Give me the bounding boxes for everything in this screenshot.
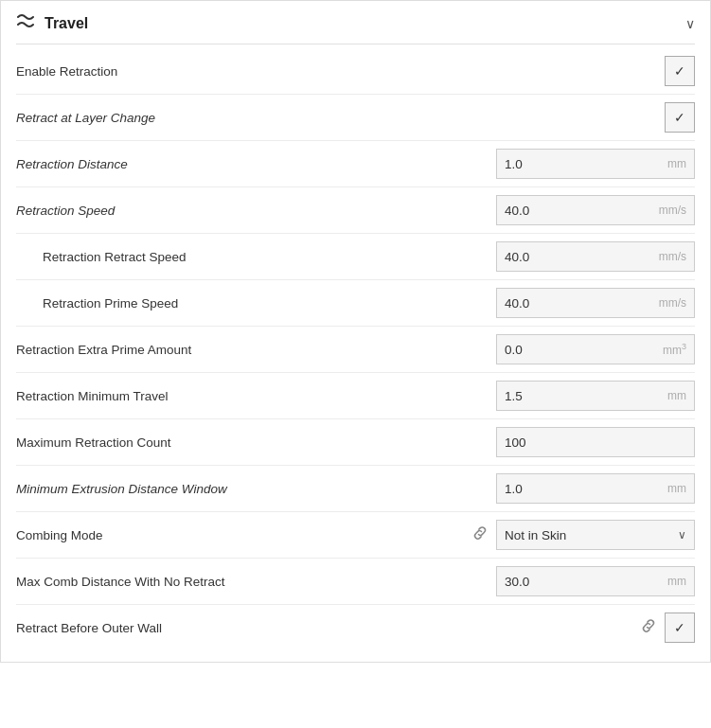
link-icon-retract-before-outer-wall[interactable] [640,617,657,638]
right-retraction-retract-speed: 40.0mm/s [496,241,695,272]
row-enable-retraction: Enable Retraction✓ [16,48,695,95]
row-retraction-minimum-travel: Retraction Minimum Travel1.5mm [16,373,695,419]
label-minimum-extrusion-distance-window: Minimum Extrusion Distance Window [16,482,496,496]
label-enable-retraction: Enable Retraction [16,64,665,79]
input-minimum-extrusion-distance-window[interactable]: 1.0mm [496,473,695,504]
right-enable-retraction: ✓ [665,56,695,86]
travel-icon [16,12,37,34]
right-retraction-minimum-travel: 1.5mm [496,381,695,411]
input-retraction-prime-speed[interactable]: 40.0mm/s [496,288,695,318]
input-value-retraction-speed: 40.0 [505,204,529,218]
right-retraction-prime-speed: 40.0mm/s [496,288,695,318]
label-retract-before-outer-wall: Retract Before Outer Wall [16,621,640,635]
checkbox-enable-retraction[interactable]: ✓ [665,56,695,86]
input-unit-retraction-prime-speed: mm/s [659,296,686,310]
row-minimum-extrusion-distance-window: Minimum Extrusion Distance Window1.0mm [16,466,695,512]
label-retract-layer-change: Retract at Layer Change [16,111,665,125]
input-value-retraction-prime-speed: 40.0 [505,296,529,311]
checkbox-retract-layer-change[interactable]: ✓ [665,102,695,133]
input-value-retraction-distance: 1.0 [505,157,523,171]
dropdown-combing-mode[interactable]: Not in Skin∨ [496,520,695,550]
collapse-icon[interactable]: ∨ [685,16,695,31]
input-unit-retraction-distance: mm [667,157,686,170]
input-retraction-retract-speed[interactable]: 40.0mm/s [496,241,695,272]
input-max-comb-distance-no-retract[interactable]: 30.0mm [496,566,695,596]
rows-container: Enable Retraction✓Retract at Layer Chang… [16,48,695,650]
row-retraction-retract-speed: Retraction Retract Speed40.0mm/s [16,234,695,280]
row-retraction-speed: Retraction Speed40.0mm/s [16,187,695,234]
input-value-minimum-extrusion-distance-window: 1.0 [505,482,523,496]
input-retraction-minimum-travel[interactable]: 1.5mm [496,381,695,411]
row-max-comb-distance-no-retract: Max Comb Distance With No Retract30.0mm [16,559,695,605]
label-retraction-distance: Retraction Distance [16,157,496,171]
right-max-comb-distance-no-retract: 30.0mm [496,566,695,596]
checkmark-enable-retraction: ✓ [674,63,685,79]
input-value-retraction-minimum-travel: 1.5 [505,389,523,403]
label-retraction-extra-prime-amount: Retraction Extra Prime Amount [16,343,496,357]
section-header: Travel ∨ [16,12,695,44]
label-retraction-prime-speed: Retraction Prime Speed [16,296,496,311]
input-unit-retraction-speed: mm/s [659,204,686,217]
label-max-comb-distance-no-retract: Max Comb Distance With No Retract [16,575,496,589]
row-retraction-extra-prime-amount: Retraction Extra Prime Amount0.0mm3 [16,327,695,373]
right-retract-layer-change: ✓ [665,102,695,133]
input-value-retraction-extra-prime-amount: 0.0 [505,343,523,357]
label-retraction-speed: Retraction Speed [16,204,496,218]
input-retraction-speed[interactable]: 40.0mm/s [496,195,695,225]
right-combing-mode: Not in Skin∨ [471,520,695,550]
travel-panel: Travel ∨ Enable Retraction✓Retract at La… [0,0,711,663]
label-retraction-minimum-travel: Retraction Minimum Travel [16,389,496,403]
checkmark-retract-before-outer-wall: ✓ [674,620,685,635]
input-retraction-extra-prime-amount[interactable]: 0.0mm3 [496,334,695,364]
label-combing-mode: Combing Mode [16,528,471,542]
right-minimum-extrusion-distance-window: 1.0mm [496,473,695,504]
input-retraction-distance[interactable]: 1.0mm [496,149,695,179]
section-title-text: Travel [44,15,88,32]
input-unit-retraction-minimum-travel: mm [667,389,686,402]
row-retract-layer-change: Retract at Layer Change✓ [16,95,695,141]
right-retraction-distance: 1.0mm [496,149,695,179]
checkbox-retract-before-outer-wall[interactable]: ✓ [665,613,695,643]
input-value-retraction-retract-speed: 40.0 [505,250,529,264]
checkmark-retract-layer-change: ✓ [674,110,685,125]
link-icon-combing-mode[interactable] [471,524,489,545]
right-retract-before-outer-wall: ✓ [640,613,695,643]
dropdown-chevron-combing-mode: ∨ [678,528,686,542]
row-combing-mode: Combing Mode Not in Skin∨ [16,512,695,559]
dropdown-value-combing-mode: Not in Skin [505,528,566,542]
section-title: Travel [16,12,88,34]
right-maximum-retraction-count: 100 [496,427,695,457]
right-retraction-speed: 40.0mm/s [496,195,695,225]
row-retraction-prime-speed: Retraction Prime Speed40.0mm/s [16,280,695,327]
input-value-max-comb-distance-no-retract: 30.0 [505,575,529,589]
label-retraction-retract-speed: Retraction Retract Speed [16,250,496,264]
input-unit-max-comb-distance-no-retract: mm [667,575,686,588]
input-unit-minimum-extrusion-distance-window: mm [667,482,686,495]
row-retract-before-outer-wall: Retract Before Outer Wall ✓ [16,605,695,650]
input-value-maximum-retraction-count: 100 [505,435,526,450]
input-unit-retraction-extra-prime-amount: mm3 [663,342,686,357]
row-retraction-distance: Retraction Distance1.0mm [16,141,695,187]
right-retraction-extra-prime-amount: 0.0mm3 [496,334,695,364]
input-maximum-retraction-count[interactable]: 100 [496,427,695,457]
input-unit-retraction-retract-speed: mm/s [659,250,686,263]
label-maximum-retraction-count: Maximum Retraction Count [16,435,496,450]
row-maximum-retraction-count: Maximum Retraction Count100 [16,419,695,466]
